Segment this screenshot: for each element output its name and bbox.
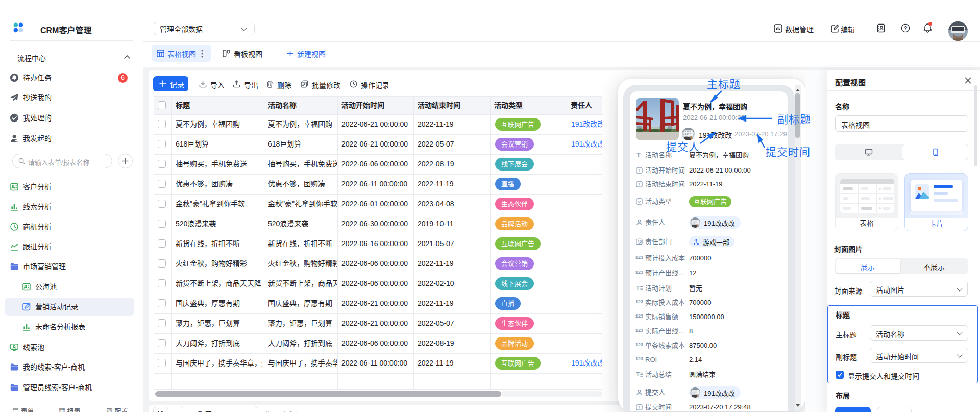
- svg-text:?: ?: [904, 26, 907, 31]
- svg-text:T: T: [636, 285, 640, 291]
- svg-text:主标题: 主标题: [707, 78, 741, 90]
- svg-text:提交时间: 提交时间: [766, 146, 811, 158]
- svg-text:7: 7: [638, 183, 640, 186]
- svg-text:T: T: [636, 371, 640, 377]
- svg-text:提交人: 提交人: [666, 141, 700, 153]
- svg-text:7: 7: [638, 406, 640, 409]
- svg-text:7: 7: [638, 169, 640, 173]
- svg-text:副标题: 副标题: [777, 113, 811, 126]
